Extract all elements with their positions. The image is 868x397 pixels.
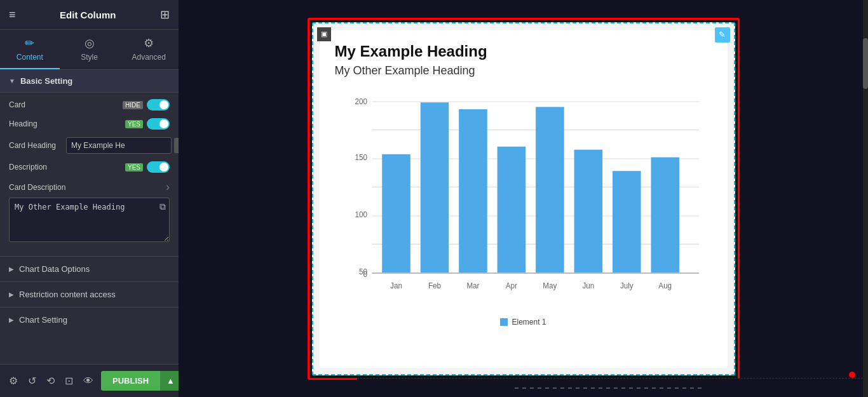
restriction-arrow: ▶	[9, 291, 14, 298]
svg-rect-23	[613, 171, 641, 273]
collapse-arrow[interactable]: ›	[166, 180, 170, 194]
content-icon: ✏	[25, 36, 34, 50]
history-icon-btn[interactable]: ↺	[25, 372, 39, 389]
tab-style[interactable]: ◎ Style	[60, 30, 119, 69]
publish-dropdown-btn[interactable]: ▲	[160, 371, 181, 391]
hamburger-icon[interactable]: ≡	[9, 8, 16, 22]
left-panel: ≡ Edit Column ⊞ ✏ Content ◎ Style ⚙ Adva…	[0, 0, 179, 397]
restriction-label: Restriction content access	[19, 290, 116, 299]
card-description-copy-btn[interactable]: ⧉	[159, 201, 166, 212]
svg-text:Jun: Jun	[582, 281, 594, 290]
heading-row: Heading YES	[9, 118, 170, 130]
settings-icon-btn[interactable]: ⚙	[6, 372, 20, 389]
canvas-outer: ▣ ✎ My Example Heading My Other Example …	[308, 18, 740, 380]
bar-chart: 200 150 100 50 Jan Feb Mar	[335, 86, 712, 315]
svg-text:150: 150	[355, 152, 367, 162]
restriction-section[interactable]: ▶ Restriction content access	[0, 281, 179, 307]
svg-text:Aug: Aug	[658, 281, 672, 290]
chart-legend: Element 1	[335, 318, 712, 326]
basic-setting-label: Basic Setting	[20, 76, 72, 86]
scrollbar-thumb[interactable]	[863, 38, 868, 89]
description-label: Description	[9, 163, 47, 172]
red-dot-indicator	[849, 372, 855, 378]
card-description-label: Card Description	[9, 183, 65, 192]
heading-toggle[interactable]	[147, 118, 170, 130]
svg-rect-17	[497, 146, 526, 273]
publish-button[interactable]: PUBLISH	[101, 371, 160, 391]
card-content: My Example Heading My Other Example Head…	[320, 30, 728, 368]
card-description-wrapper: My Other Example Heading ⧉	[9, 198, 170, 245]
svg-text:200: 200	[355, 96, 367, 105]
svg-text:Jan: Jan	[390, 281, 402, 290]
chart-setting-label: Chart Setting	[19, 315, 67, 325]
chart-setting-arrow: ▶	[9, 316, 14, 323]
svg-rect-19	[536, 107, 564, 273]
svg-text:100: 100	[355, 210, 367, 219]
publish-wrapper: PUBLISH ▲	[101, 371, 181, 391]
card-heading-input[interactable]	[66, 137, 172, 154]
svg-text:May: May	[543, 281, 557, 290]
chart-setting-section[interactable]: ▶ Chart Setting	[0, 307, 179, 332]
card-label: Card	[9, 100, 25, 109]
description-toggle-container: YES	[125, 161, 170, 173]
legend-color-box	[500, 318, 508, 326]
undo-icon-btn[interactable]: ⟲	[44, 372, 57, 389]
svg-text:Feb: Feb	[428, 281, 440, 290]
basic-setting-body: Card HIDE Heading YES Card Heading ⧉	[0, 93, 179, 256]
chart-data-options-section[interactable]: ▶ Chart Data Options	[0, 256, 179, 281]
heading-toggle-label: YES	[125, 120, 143, 128]
grid-icon[interactable]: ⊞	[160, 8, 170, 22]
description-row: Description YES	[9, 161, 170, 173]
svg-rect-13	[420, 102, 449, 273]
preview-icon-btn[interactable]: 👁	[81, 373, 96, 389]
tab-advanced[interactable]: ⚙ Advanced	[119, 30, 179, 69]
card-toggle[interactable]	[147, 99, 170, 111]
card-main-heading: My Example Heading	[335, 43, 712, 60]
heading-label: Heading	[9, 119, 37, 128]
card-heading-row: Card Heading ⧉	[9, 137, 170, 154]
card-sub-heading: My Other Example Heading	[335, 64, 712, 77]
column-handle[interactable]: ▣	[317, 27, 331, 41]
card-heading-copy-btn[interactable]: ⧉	[174, 138, 179, 153]
svg-rect-11	[382, 154, 410, 273]
tab-content[interactable]: ✏ Content	[0, 30, 60, 69]
description-toggle-label: YES	[125, 163, 143, 172]
heading-toggle-container: YES	[125, 118, 170, 130]
card-row: Card HIDE	[9, 99, 170, 111]
basic-setting-section-header[interactable]: ▼ Basic Setting	[0, 70, 179, 93]
svg-text:July: July	[620, 281, 633, 290]
card-description-textarea[interactable]: My Other Example Heading	[9, 198, 170, 242]
panel-header: ≡ Edit Column ⊞	[0, 0, 179, 30]
description-toggle[interactable]	[147, 161, 170, 173]
panel-content: ▼ Basic Setting Card HIDE Heading YES	[0, 70, 179, 397]
chart-data-label: Chart Data Options	[19, 264, 90, 274]
panel-tabs: ✏ Content ◎ Style ⚙ Advanced	[0, 30, 179, 70]
chart-container: 200 150 100 50 Jan Feb Mar	[335, 86, 712, 315]
edit-icon-btn[interactable]: ✎	[715, 27, 730, 43]
canvas-inner: ▣ ✎ My Example Heading My Other Example …	[312, 22, 735, 375]
card-heading-input-label: Card Heading	[9, 141, 66, 150]
basic-setting-arrow: ▼	[9, 77, 15, 84]
card-toggle-label: HIDE	[123, 101, 143, 109]
bottom-bar: ⚙ ↺ ⟲ ⊡ 👁 PUBLISH ▲	[0, 364, 179, 397]
card-toggle-container: HIDE	[123, 99, 170, 111]
main-content: ▣ ✎ My Example Heading My Other Example …	[179, 0, 868, 397]
chart-data-arrow: ▶	[9, 266, 14, 273]
svg-rect-21	[574, 149, 602, 273]
svg-text:0: 0	[363, 269, 367, 279]
dashed-line	[515, 387, 705, 389]
svg-text:Mar: Mar	[466, 281, 479, 290]
style-icon: ◎	[85, 36, 95, 50]
panel-title: Edit Column	[60, 10, 116, 20]
template-icon-btn[interactable]: ⊡	[62, 372, 76, 389]
advanced-icon: ⚙	[144, 36, 154, 50]
right-scrollbar[interactable]	[863, 0, 868, 397]
legend-label: Element 1	[512, 318, 546, 326]
bottom-dashed-strip	[357, 378, 863, 397]
svg-rect-25	[651, 157, 679, 273]
svg-rect-15	[459, 109, 487, 273]
svg-text:Apr: Apr	[505, 281, 517, 290]
